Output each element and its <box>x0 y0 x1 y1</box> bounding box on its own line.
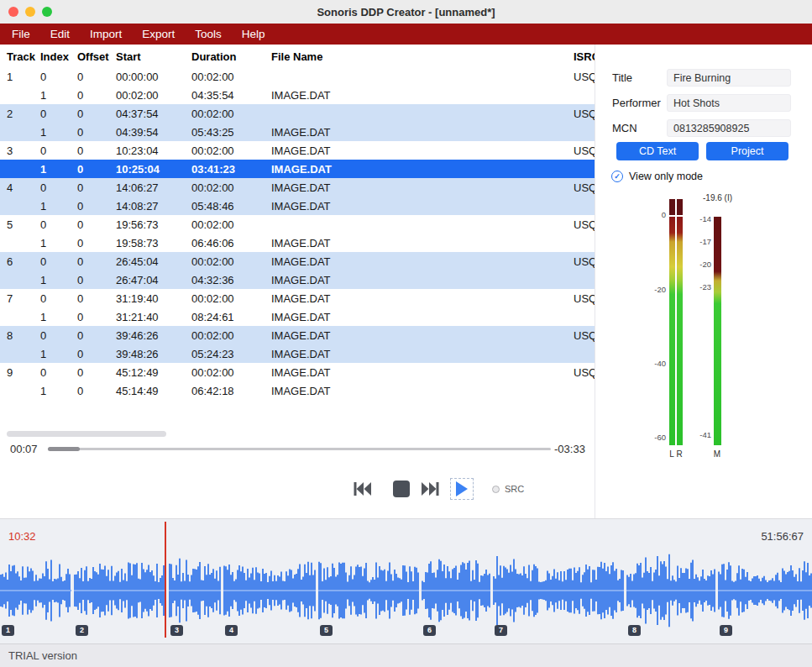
cell-file: IMAGE.DAT <box>271 385 331 397</box>
performer-input[interactable] <box>667 94 791 112</box>
column-header-offset[interactable]: Offset <box>77 50 109 62</box>
waveform-track-1[interactable] <box>0 560 71 622</box>
table-row[interactable]: 1026:47:0404:32:36IMAGE.DAT <box>0 270 595 289</box>
cell-file: IMAGE.DAT <box>271 163 332 176</box>
play-button[interactable] <box>450 478 474 500</box>
table-row[interactable]: 1019:58:7306:46:06IMAGE.DAT <box>0 234 595 252</box>
playback-elapsed-time: 00:07 <box>10 443 38 455</box>
table-row[interactable]: 40014:06:2700:02:00IMAGE.DATUSQ <box>0 178 595 197</box>
play-icon <box>455 481 469 497</box>
src-toggle[interactable]: SRC <box>492 484 524 494</box>
cell-offset: 0 <box>77 348 83 360</box>
table-row[interactable]: 1014:08:2705:48:46IMAGE.DAT <box>0 197 595 215</box>
view-only-check-icon: ✓ <box>611 171 623 182</box>
column-header-isrc[interactable]: ISRC <box>574 50 595 62</box>
cell-file: IMAGE.DAT <box>271 181 331 194</box>
column-header-duration[interactable]: Duration <box>191 50 236 62</box>
waveform-track-4[interactable] <box>223 562 316 620</box>
waveform-track-6[interactable] <box>422 559 490 622</box>
table-row[interactable]: 1000:02:0004:35:54IMAGE.DAT <box>0 86 595 104</box>
cell-offset: 0 <box>77 237 83 249</box>
waveform-track-3[interactable] <box>169 559 221 622</box>
minimize-window-button[interactable] <box>25 7 35 17</box>
waveform-track-7[interactable] <box>493 556 624 625</box>
table-row[interactable]: 10000:00:0000:02:00USQ <box>0 67 595 86</box>
track-badge-5[interactable]: 5 <box>320 625 333 636</box>
loudness-readout: -19.6 (I) <box>703 193 732 202</box>
menu-item-tools[interactable]: Tools <box>195 28 222 40</box>
track-badge-4[interactable]: 4 <box>225 625 238 636</box>
table-row[interactable]: 60026:45:0400:02:00IMAGE.DATUSQ <box>0 252 595 270</box>
cell-offset: 0 <box>77 144 83 157</box>
track-badge-9[interactable]: 9 <box>720 625 732 636</box>
table-body: 10000:00:0000:02:00USQ1000:02:0004:35:54… <box>0 67 595 400</box>
cell-start: 14:06:27 <box>116 181 159 194</box>
track-badge-1[interactable]: 1 <box>2 625 14 636</box>
column-header-file[interactable]: File Name <box>271 50 322 62</box>
column-header-track[interactable]: Track <box>7 50 35 62</box>
traffic-lights <box>8 7 52 17</box>
stop-button[interactable] <box>393 481 410 497</box>
table-row[interactable]: 1004:39:5405:43:25IMAGE.DAT <box>0 123 595 141</box>
table-row[interactable]: 30010:23:0400:02:00IMAGE.DATUSQ <box>0 141 595 160</box>
skip-forward-button[interactable] <box>420 480 440 498</box>
table-row[interactable]: 20004:37:5400:02:00USQ <box>0 104 595 123</box>
table-row[interactable]: 70031:19:4000:02:00IMAGE.DATUSQ <box>0 289 595 307</box>
track-badge-8[interactable]: 8 <box>628 625 641 636</box>
cell-start: 00:02:00 <box>116 89 159 102</box>
zoom-window-button[interactable] <box>42 7 52 17</box>
track-badge-6[interactable]: 6 <box>423 625 436 636</box>
cell-duration: 00:02:00 <box>191 218 234 231</box>
seek-slider[interactable] <box>48 446 551 452</box>
cell-offset: 0 <box>77 218 83 231</box>
m-scale-label--14: -14 <box>679 214 711 223</box>
seek-handle[interactable] <box>48 447 80 451</box>
mcn-input[interactable] <box>667 119 791 137</box>
waveform-track-9[interactable] <box>718 561 812 620</box>
cell-start: 45:12:49 <box>116 366 159 379</box>
cell-index: 0 <box>40 366 46 379</box>
cell-start: 00:00:00 <box>116 71 159 83</box>
table-row[interactable]: 1010:25:0403:41:23IMAGE.DAT <box>0 160 595 178</box>
cell-offset: 0 <box>77 366 83 379</box>
table-row[interactable]: 1039:48:2605:24:23IMAGE.DAT <box>0 344 595 363</box>
cell-index: 1 <box>40 126 46 139</box>
project-button[interactable]: Project <box>706 142 788 160</box>
title-input[interactable] <box>667 69 791 87</box>
menu-item-file[interactable]: File <box>12 28 30 40</box>
track-badge-2[interactable]: 2 <box>76 625 88 636</box>
view-only-mode-toggle[interactable]: ✓ View only mode <box>611 171 703 182</box>
menu-item-export[interactable]: Export <box>142 28 175 40</box>
lr-scale-label--20: -20 <box>634 285 666 294</box>
cell-index: 1 <box>40 385 46 397</box>
track-badge-7[interactable]: 7 <box>495 625 507 636</box>
close-window-button[interactable] <box>8 7 18 17</box>
cell-isrc: USQ <box>574 144 595 157</box>
table-row[interactable]: 50019:56:7300:02:00USQ <box>0 215 595 234</box>
table-row[interactable]: 1045:14:4906:42:18IMAGE.DAT <box>0 381 595 400</box>
track-badge-3[interactable]: 3 <box>170 625 183 636</box>
cell-index: 1 <box>40 348 46 360</box>
meter-clip-right <box>677 199 683 215</box>
menu-item-help[interactable]: Help <box>242 28 265 40</box>
playhead-cursor[interactable] <box>165 522 166 638</box>
m-scale-label--20: -20 <box>679 260 711 269</box>
table-row[interactable]: 90045:12:4900:02:00IMAGE.DATUSQ <box>0 363 595 381</box>
waveform-track-8[interactable] <box>626 554 715 628</box>
cell-duration: 00:02:00 <box>191 71 234 83</box>
src-radio[interactable] <box>492 486 500 493</box>
seek-track <box>48 448 551 450</box>
table-row[interactable]: 80039:46:2600:02:00IMAGE.DATUSQ <box>0 326 595 344</box>
menu-item-edit[interactable]: Edit <box>50 28 70 40</box>
waveform-track-5[interactable] <box>318 562 419 619</box>
skip-back-button[interactable] <box>353 480 373 498</box>
menu-item-import[interactable]: Import <box>90 28 122 40</box>
cell-offset: 0 <box>77 71 83 83</box>
waveform-track-2[interactable] <box>74 562 166 618</box>
column-header-start[interactable]: Start <box>116 50 141 62</box>
cd-text-button[interactable]: CD Text <box>616 142 699 160</box>
table-row[interactable]: 1031:21:4008:24:61IMAGE.DAT <box>0 307 595 326</box>
waveform-svg[interactable] <box>0 550 812 631</box>
column-header-index[interactable]: Index <box>40 50 69 62</box>
horizontal-scrollbar[interactable] <box>7 431 166 437</box>
